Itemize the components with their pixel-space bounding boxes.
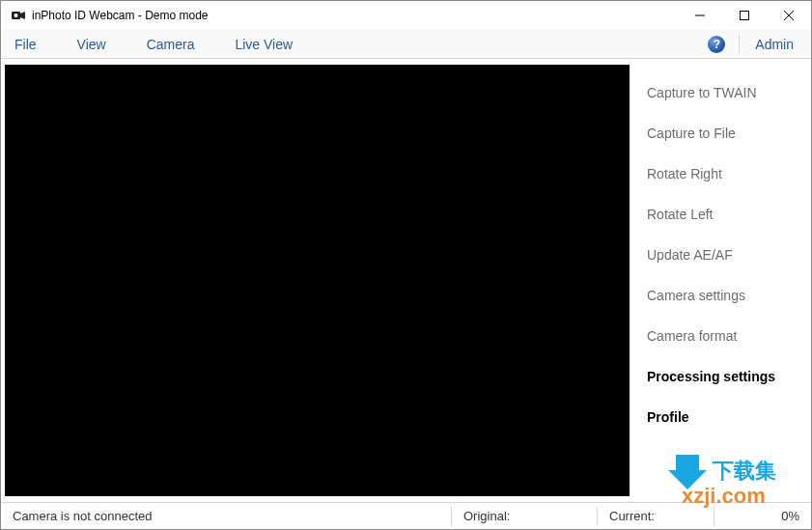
menu-file[interactable]: File [7,33,54,56]
svg-marker-7 [668,455,707,489]
side-rotate-right[interactable]: Rotate Right [633,153,811,194]
menu-view[interactable]: View [70,33,124,56]
side-capture-file[interactable]: Capture to File [633,113,811,153]
camera-preview [5,65,630,496]
menu-camera[interactable]: Camera [139,33,212,56]
svg-point-1 [14,14,18,17]
side-panel: Capture to TWAIN Capture to File Rotate … [633,59,811,502]
maximize-button[interactable] [722,1,767,30]
side-profile[interactable]: Profile [633,397,811,437]
help-icon[interactable]: ? [708,36,725,53]
side-rotate-left[interactable]: Rotate Left [633,194,811,235]
close-button[interactable] [767,1,811,30]
preview-wrap [1,59,633,502]
side-capture-twain[interactable]: Capture to TWAIN [633,72,811,113]
svg-rect-4 [741,12,749,20]
menu-live-view[interactable]: Live View [227,33,310,56]
status-camera: Camera is not connected [1,503,451,529]
side-processing-settings[interactable]: Processing settings [633,356,811,397]
admin-link[interactable]: Admin [743,33,805,56]
minimize-button[interactable] [678,1,722,30]
status-zoom-value: 0% [781,509,799,523]
status-original: Original: [452,503,597,529]
app-icon [9,7,26,24]
statusbar: Camera is not connected Original: Curren… [1,502,811,529]
main-area: Capture to TWAIN Capture to File Rotate … [1,59,811,502]
menubar: File View Camera Live View ? Admin [1,30,811,59]
status-zoom: 0% [714,503,811,529]
svg-marker-2 [20,12,25,19]
side-update-aeaf[interactable]: Update AE/AF [633,235,811,275]
watermark-line1: 下载集 [712,459,776,483]
status-current-label: Current: [609,509,655,523]
side-camera-format[interactable]: Camera format [633,316,811,356]
window-title: inPhoto ID Webcam - Demo mode [32,9,209,22]
titlebar: inPhoto ID Webcam - Demo mode [1,1,811,30]
status-current: Current: [598,503,714,529]
side-camera-settings[interactable]: Camera settings [633,275,811,316]
status-original-label: Original: [463,509,510,523]
window-controls [678,1,811,30]
